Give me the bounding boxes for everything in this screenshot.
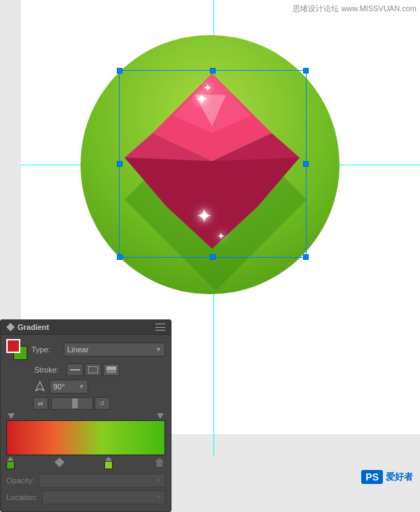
stroke-btn-1[interactable] (66, 364, 83, 376)
options-slider[interactable] (51, 397, 93, 410)
angle-dropdown[interactable]: 90° ▼ (50, 380, 88, 394)
gradient-bar[interactable] (6, 420, 165, 455)
angle-icon (34, 381, 46, 392)
reverse-icon[interactable]: ⇄ (33, 397, 48, 410)
stroke-btn-2[interactable] (85, 364, 102, 376)
handle-mr[interactable] (303, 161, 309, 167)
handle-tr[interactable] (303, 68, 309, 74)
stroke-label: Stroke: (34, 366, 62, 374)
delete-stop-btn[interactable]: 🗑 (154, 457, 165, 468)
svg-rect-9 (88, 366, 98, 373)
location-row: Location: ▼ (6, 490, 165, 504)
location-arrow: ▼ (155, 494, 162, 501)
type-value: Linear (67, 345, 89, 354)
type-dropdown[interactable]: Linear ▼ (64, 343, 165, 357)
opacity-row: Opacity: ▼ (6, 473, 165, 487)
gradient-icon (6, 323, 15, 331)
opacity-stop-left[interactable] (8, 413, 15, 419)
gradient-slider-container: 🗑 (6, 413, 165, 471)
fg-color-swatch[interactable] (6, 339, 20, 353)
selection-box (119, 70, 307, 258)
color-stop-left[interactable] (6, 457, 15, 469)
stroke-btn-3[interactable] (103, 364, 120, 376)
svg-marker-12 (36, 382, 44, 391)
handle-tm[interactable] (210, 68, 216, 74)
color-stop-mid[interactable] (55, 457, 64, 467)
location-dropdown: ▼ (42, 490, 165, 504)
canvas-area: ✦ ✦ ✦ ✦ 思绪设计论坛 www.MISSVUAN.com PS 爱好者 (0, 0, 420, 512)
type-label: Type: (31, 345, 59, 354)
stroke-icon-1 (70, 366, 80, 373)
watermark-top: 思绪设计论坛 www.MISSVUAN.com (293, 4, 416, 14)
panel-title-text: Gradient (18, 323, 49, 331)
stroke-buttons (66, 364, 120, 376)
svg-rect-8 (70, 369, 80, 371)
opacity-arrow: ▼ (155, 477, 162, 484)
opacity-stop-right[interactable] (157, 413, 164, 419)
type-row: Type: Linear ▼ (6, 339, 165, 360)
type-dropdown-arrow: ▼ (155, 346, 162, 353)
angle-value: 90° (53, 382, 65, 391)
gradient-panel: Gradient Type: Linear ▼ (0, 319, 172, 512)
handle-tl[interactable] (117, 68, 122, 74)
handle-bm[interactable] (210, 254, 216, 260)
stroke-row: Stroke: (6, 364, 165, 376)
stroke-icon-3 (106, 366, 116, 373)
svg-rect-11 (106, 366, 116, 370)
handle-ml[interactable] (117, 161, 122, 167)
location-label: Location: (6, 493, 38, 501)
handle-br[interactable] (303, 254, 309, 260)
panel-title-area: Gradient (6, 323, 49, 331)
opacity-dropdown: ▼ (38, 473, 165, 487)
options-slider-thumb (72, 399, 78, 408)
panel-header[interactable]: Gradient (1, 320, 171, 335)
angle-arrow: ▼ (78, 383, 85, 390)
panel-body: Type: Linear ▼ Stroke: (1, 335, 171, 511)
ps-badge: PS (361, 470, 383, 484)
color-stop-right[interactable] (104, 457, 113, 469)
watermark-bottom: PS 爱好者 (361, 470, 413, 484)
options-icon-2[interactable]: ↺ (94, 397, 110, 410)
handle-bl[interactable] (117, 254, 122, 260)
angle-row: 90° ▼ (6, 380, 165, 394)
opacity-label: Opacity: (6, 476, 34, 485)
options-row: ⇄ ↺ (6, 397, 165, 410)
stroke-icon-2 (88, 366, 98, 373)
svg-marker-7 (6, 323, 15, 331)
fg-bg-colors[interactable] (6, 339, 27, 360)
panel-menu-button[interactable] (155, 324, 165, 331)
watermark-bottom-text: 爱好者 (386, 471, 413, 483)
